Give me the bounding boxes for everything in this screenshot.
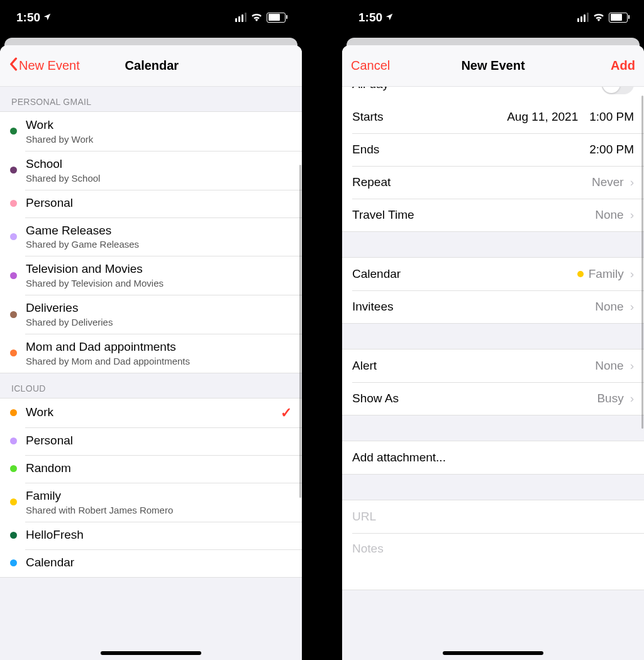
chevron-right-icon: › (630, 359, 634, 373)
wifi-icon (250, 12, 263, 23)
invitees-row[interactable]: Invitees None › (342, 290, 644, 323)
chevron-right-icon: › (630, 175, 634, 189)
calendar-option[interactable]: Television and MoviesShared by Televisio… (0, 256, 302, 295)
show-as-value: Busy (597, 392, 623, 405)
starts-time: 1:00 PM (589, 110, 634, 124)
all-day-row[interactable]: All-day (342, 87, 644, 101)
calendar-color-dot (10, 559, 17, 566)
calendar-color-dot (10, 200, 17, 207)
calendar-name: Deliveries (26, 301, 292, 316)
show-as-row[interactable]: Show As Busy › (342, 382, 644, 415)
battery-icon (267, 13, 286, 23)
calendar-color-dot (10, 409, 17, 416)
calendar-row[interactable]: Calendar Family › (342, 258, 644, 290)
back-button[interactable]: New Event (9, 57, 80, 74)
calendar-color-dot (10, 311, 17, 318)
chevron-right-icon: › (630, 300, 634, 314)
calendar-name: Game Releases (26, 224, 292, 238)
location-icon (385, 11, 394, 25)
calendar-subtitle: Shared with Robert James Romero (26, 505, 292, 515)
calendar-option[interactable]: Work✓ (0, 399, 302, 427)
checkmark-icon: ✓ (280, 405, 292, 421)
calendar-option[interactable]: Random (0, 455, 302, 483)
calendar-name: Personal (26, 196, 292, 211)
page-title: Calendar (80, 58, 224, 73)
calendar-option[interactable]: WorkShared by Work (0, 112, 302, 151)
status-icons (235, 12, 286, 23)
calendar-name: Family (26, 489, 292, 503)
home-indicator[interactable] (101, 651, 201, 655)
travel-value: None (595, 208, 623, 222)
signal-icon (577, 13, 589, 22)
home-indicator[interactable] (443, 651, 543, 655)
starts-row[interactable]: Starts Aug 11, 2021 1:00 PM (342, 101, 644, 133)
battery-icon (609, 13, 628, 23)
alert-value: None (595, 359, 623, 373)
repeat-row[interactable]: Repeat Never › (342, 166, 644, 199)
calendar-color-dot (10, 532, 17, 539)
calendar-subtitle: Shared by Deliveries (26, 317, 292, 327)
scrollbar[interactable] (641, 96, 643, 429)
ends-row[interactable]: Ends 2:00 PM (342, 133, 644, 166)
new-event-sheet: Cancel New Event Add All-day Starts Aug … (342, 45, 644, 660)
signal-icon (235, 13, 247, 22)
status-bar: 1:50 (0, 0, 302, 35)
travel-time-row[interactable]: Travel Time None › (342, 199, 644, 231)
calendar-color-dot (10, 128, 17, 135)
calendar-option[interactable]: HelloFresh (0, 522, 302, 549)
calendar-color-dot (10, 272, 17, 279)
calendar-color-dot (10, 437, 17, 444)
starts-date: Aug 11, 2021 (507, 110, 578, 124)
repeat-value: Never (592, 175, 624, 189)
calendar-name: School (26, 157, 292, 172)
calendar-subtitle: Shared by Television and Movies (26, 278, 292, 289)
cancel-button[interactable]: Cancel (351, 58, 390, 73)
status-bar: 1:50 (342, 0, 644, 35)
calendar-name: Television and Movies (26, 262, 292, 277)
calendar-name: Personal (26, 434, 292, 448)
calendar-option[interactable]: Mom and Dad appointmentsShared by Mom an… (0, 334, 302, 373)
calendar-picker-sheet: New Event Calendar PERSONAL GMAILWorkSha… (0, 45, 302, 660)
page-title: New Event (420, 58, 566, 73)
calendar-option[interactable]: Calendar (0, 549, 302, 577)
chevron-right-icon: › (630, 392, 634, 405)
calendar-color-dot (577, 271, 584, 277)
calendar-color-dot (10, 167, 17, 173)
calendar-option[interactable]: Game ReleasesShared by Game Releases (0, 217, 302, 256)
calendar-name: Work (26, 118, 292, 133)
chevron-left-icon (9, 57, 18, 74)
calendar-name: Random (26, 461, 292, 476)
calendar-name: Mom and Dad appointments (26, 340, 292, 355)
wifi-icon (592, 12, 605, 23)
calendar-name: Work (26, 405, 275, 420)
calendar-option[interactable]: SchoolShared by School (0, 151, 302, 190)
status-time: 1:50 (16, 11, 52, 25)
add-button[interactable]: Add (611, 58, 635, 73)
invitees-value: None (595, 300, 623, 314)
calendar-subtitle: Shared by Game Releases (26, 239, 292, 250)
calendar-name: HelloFresh (26, 528, 292, 542)
alert-row[interactable]: Alert None › (342, 349, 644, 382)
notes-field[interactable]: Notes (342, 533, 644, 590)
sheet-header: New Event Calendar (0, 45, 302, 87)
calendar-color-dot (10, 349, 17, 356)
section-label: PERSONAL GMAIL (0, 87, 302, 111)
chevron-right-icon: › (630, 208, 634, 222)
ends-time: 2:00 PM (589, 143, 634, 157)
chevron-right-icon: › (630, 267, 634, 281)
add-attachment-row[interactable]: Add attachment... (342, 441, 644, 474)
calendar-color-dot (10, 465, 17, 472)
calendar-option[interactable]: FamilyShared with Robert James Romero (0, 483, 302, 522)
calendar-value: Family (589, 267, 624, 281)
calendar-color-dot (10, 498, 17, 505)
calendar-option[interactable]: Personal (0, 427, 302, 455)
calendar-subtitle: Shared by Work (26, 134, 292, 145)
all-day-toggle[interactable] (601, 87, 634, 94)
calendar-option[interactable]: Personal (0, 190, 302, 217)
calendar-subtitle: Shared by School (26, 173, 292, 184)
url-field[interactable]: URL (342, 500, 644, 533)
calendar-color-dot (10, 233, 17, 240)
scrollbar[interactable] (299, 165, 301, 498)
calendar-option[interactable]: DeliveriesShared by Deliveries (0, 295, 302, 334)
status-time: 1:50 (358, 11, 394, 25)
